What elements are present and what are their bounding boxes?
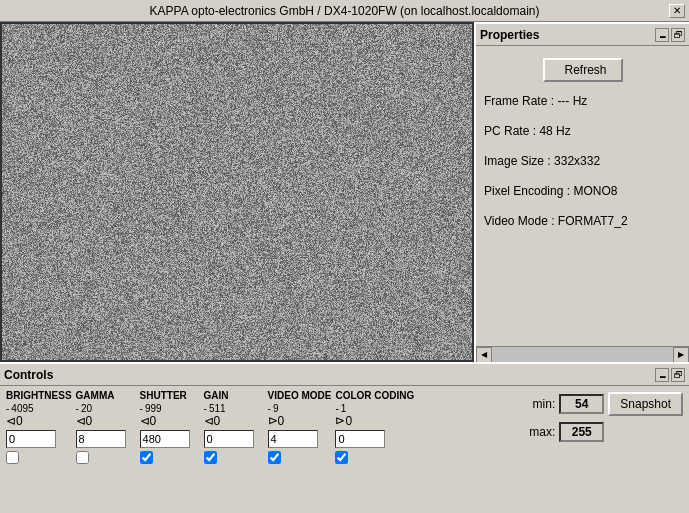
minimize-panel-button[interactable]: 🗕: [655, 28, 669, 42]
video-mode-range: - 9: [268, 403, 279, 414]
controls-restore-button[interactable]: 🗗: [671, 368, 685, 382]
shutter-range: - 999: [140, 403, 162, 414]
pc-rate-row: PC Rate : 48 Hz: [484, 124, 681, 138]
gain-range: - 511: [204, 403, 226, 414]
scroll-left-button[interactable]: ◀: [476, 347, 492, 363]
color-coding-group: COLOR CODING - 1 ⊲ 0: [335, 390, 414, 464]
gamma-checkbox[interactable]: [76, 451, 89, 464]
gain-input[interactable]: [204, 430, 254, 448]
properties-panel: Properties 🗕 🗗 Refresh Frame Rate : --- …: [474, 22, 689, 362]
brightness-max: 4095: [11, 403, 33, 414]
gamma-group: GAMMA - 20 ⊲ 0: [76, 390, 136, 464]
shutter-arrow: -: [140, 403, 143, 414]
shutter-input[interactable]: [140, 430, 190, 448]
video-mode-checkbox[interactable]: [268, 451, 281, 464]
main-layout: Properties 🗕 🗗 Refresh Frame Rate : --- …: [0, 22, 689, 362]
min-row: min: Snapshot: [525, 392, 683, 416]
brightness-group: BRIGHTNESS - 4095 ⊲ 0: [6, 390, 72, 464]
brightness-arrow: -: [6, 403, 9, 414]
shutter-label: SHUTTER: [140, 390, 187, 401]
refresh-button[interactable]: Refresh: [543, 58, 623, 82]
properties-content: Refresh Frame Rate : --- Hz PC Rate : 48…: [476, 46, 689, 252]
camera-view: [0, 22, 474, 362]
brightness-label: BRIGHTNESS: [6, 390, 72, 401]
color-coding-checkbox[interactable]: [335, 451, 348, 464]
close-button[interactable]: ✕: [669, 4, 685, 18]
video-mode-arrow: -: [268, 403, 271, 414]
pc-rate-label: PC Rate :: [484, 124, 536, 138]
shutter-max: 999: [145, 403, 162, 414]
shutter-checkbox[interactable]: [140, 451, 153, 464]
shutter-min-val: 0: [150, 414, 157, 428]
frame-rate-row: Frame Rate : --- Hz: [484, 94, 681, 108]
pixel-encoding-label: Pixel Encoding :: [484, 184, 570, 198]
video-mode-slider-icon: ⊲: [268, 414, 278, 428]
shutter-group: SHUTTER - 999 ⊲ 0: [140, 390, 200, 464]
restore-panel-button[interactable]: 🗗: [671, 28, 685, 42]
brightness-checkbox[interactable]: [6, 451, 19, 464]
gamma-input[interactable]: [76, 430, 126, 448]
video-mode-row: Video Mode : FORMAT7_2: [484, 214, 681, 228]
video-mode-label: Video Mode :: [484, 214, 555, 228]
gain-max: 511: [209, 403, 226, 414]
min-label: min:: [525, 397, 555, 411]
brightness-min-val: 0: [16, 414, 23, 428]
video-mode-label: VIDEO MODE: [268, 390, 332, 401]
scroll-track: [492, 347, 673, 363]
gain-arrow: -: [204, 403, 207, 414]
properties-title: Properties: [480, 28, 539, 42]
controls-body: BRIGHTNESS - 4095 ⊲ 0 GAMMA - 20 ⊲ 0: [0, 386, 689, 468]
properties-header: Properties 🗕 🗗: [476, 24, 689, 46]
gamma-range: - 20: [76, 403, 92, 414]
panel-icons: 🗕 🗗: [655, 28, 685, 42]
gain-slider-container: ⊲ 0: [204, 414, 221, 428]
video-mode-input[interactable]: [268, 430, 318, 448]
video-mode-min-val: 0: [278, 414, 285, 428]
color-coding-slider-icon: ⊲: [335, 414, 345, 428]
color-coding-range: - 1: [335, 403, 346, 414]
frame-rate-value: --- Hz: [557, 94, 587, 108]
pixel-encoding-value: MONO8: [573, 184, 617, 198]
window-title: KAPPA opto-electronics GmbH / DX4-1020FW…: [20, 4, 669, 18]
gamma-arrow: -: [76, 403, 79, 414]
video-mode-group: VIDEO MODE - 9 ⊲ 0: [268, 390, 332, 464]
gamma-min-val: 0: [86, 414, 93, 428]
gamma-label: GAMMA: [76, 390, 115, 401]
gain-slider-icon: ⊲: [204, 414, 214, 428]
image-size-row: Image Size : 332x332: [484, 154, 681, 168]
pc-rate-value: 48 Hz: [539, 124, 570, 138]
gain-label: GAIN: [204, 390, 229, 401]
brightness-input[interactable]: [6, 430, 56, 448]
max-input[interactable]: [559, 422, 604, 442]
gamma-slider-container: ⊲ 0: [76, 414, 93, 428]
snapshot-button[interactable]: Snapshot: [608, 392, 683, 416]
image-size-label: Image Size :: [484, 154, 551, 168]
gain-group: GAIN - 511 ⊲ 0: [204, 390, 264, 464]
gamma-slider-icon: ⊲: [76, 414, 86, 428]
title-bar: KAPPA opto-electronics GmbH / DX4-1020FW…: [0, 0, 689, 22]
frame-rate-label: Frame Rate :: [484, 94, 554, 108]
color-coding-label: COLOR CODING: [335, 390, 414, 401]
video-mode-max: 9: [273, 403, 279, 414]
color-coding-arrow: -: [335, 403, 338, 414]
controls-title: Controls: [4, 368, 53, 382]
brightness-range: - 4095: [6, 403, 34, 414]
controls-panel: Controls 🗕 🗗 BRIGHTNESS - 4095 ⊲ 0 GAMMA: [0, 362, 689, 513]
controls-panel-icons: 🗕 🗗: [655, 368, 685, 382]
controls-header: Controls 🗕 🗗: [0, 364, 689, 386]
color-coding-max: 1: [341, 403, 347, 414]
image-size-value: 332x332: [554, 154, 600, 168]
video-mode-slider-container: ⊲ 0: [268, 414, 285, 428]
controls-minimize-button[interactable]: 🗕: [655, 368, 669, 382]
scroll-right-button[interactable]: ▶: [673, 347, 689, 363]
color-coding-input[interactable]: [335, 430, 385, 448]
color-coding-slider-container: ⊲ 0: [335, 414, 352, 428]
shutter-slider-icon: ⊲: [140, 414, 150, 428]
video-mode-value: FORMAT7_2: [558, 214, 628, 228]
shutter-slider-container: ⊲ 0: [140, 414, 157, 428]
min-input[interactable]: [559, 394, 604, 414]
brightness-slider-container: ⊲ 0: [6, 414, 23, 428]
gain-checkbox[interactable]: [204, 451, 217, 464]
max-row: max:: [525, 422, 683, 442]
minmax-snapshot-group: min: Snapshot max:: [525, 390, 683, 464]
